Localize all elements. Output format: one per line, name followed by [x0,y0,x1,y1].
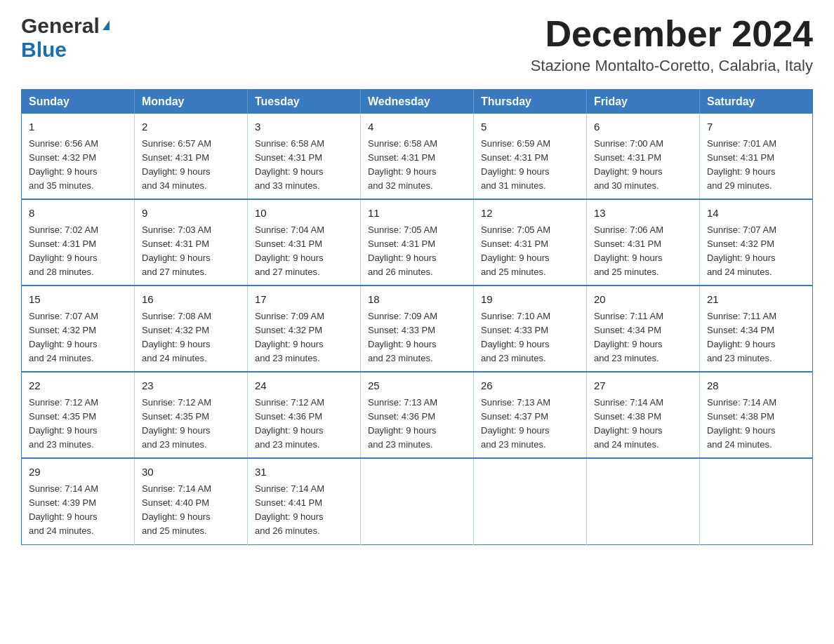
calendar-cell: 9Sunrise: 7:03 AMSunset: 4:31 PMDaylight… [135,199,248,286]
day-info: Sunrise: 7:03 AMSunset: 4:31 PMDaylight:… [142,223,240,280]
calendar-cell: 28Sunrise: 7:14 AMSunset: 4:38 PMDayligh… [700,372,813,458]
calendar-cell [587,458,700,544]
day-number: 29 [29,464,127,481]
calendar-header-row: SundayMondayTuesdayWednesdayThursdayFrid… [22,90,813,114]
day-number: 24 [255,378,353,394]
calendar-cell: 7Sunrise: 7:01 AMSunset: 4:31 PMDaylight… [700,114,813,199]
day-info: Sunrise: 6:58 AMSunset: 4:31 PMDaylight:… [368,137,466,194]
day-number: 25 [368,378,466,394]
day-info: Sunrise: 7:11 AMSunset: 4:34 PMDaylight:… [707,309,805,366]
day-info: Sunrise: 7:12 AMSunset: 4:35 PMDaylight:… [142,396,240,452]
day-number: 16 [142,292,240,308]
day-number: 11 [368,206,466,222]
calendar-cell: 24Sunrise: 7:12 AMSunset: 4:36 PMDayligh… [248,372,361,458]
day-info: Sunrise: 6:58 AMSunset: 4:31 PMDaylight:… [255,137,353,194]
day-info: Sunrise: 7:14 AMSunset: 4:38 PMDaylight:… [594,396,692,452]
day-info: Sunrise: 7:13 AMSunset: 4:37 PMDaylight:… [481,396,579,452]
calendar-cell: 29Sunrise: 7:14 AMSunset: 4:39 PMDayligh… [22,458,135,544]
day-info: Sunrise: 7:05 AMSunset: 4:31 PMDaylight:… [368,223,466,280]
day-info: Sunrise: 7:01 AMSunset: 4:31 PMDaylight:… [707,137,805,194]
day-number: 14 [707,206,805,222]
day-info: Sunrise: 6:59 AMSunset: 4:31 PMDaylight:… [481,137,579,194]
day-number: 31 [255,464,353,481]
day-info: Sunrise: 7:06 AMSunset: 4:31 PMDaylight:… [594,223,692,280]
day-info: Sunrise: 7:12 AMSunset: 4:35 PMDaylight:… [29,396,127,452]
calendar-cell [700,458,813,544]
day-info: Sunrise: 7:14 AMSunset: 4:41 PMDaylight:… [255,482,353,539]
calendar-cell: 23Sunrise: 7:12 AMSunset: 4:35 PMDayligh… [135,372,248,458]
calendar-cell: 8Sunrise: 7:02 AMSunset: 4:31 PMDaylight… [22,199,135,286]
day-of-week-header: Monday [135,90,248,114]
day-number: 3 [255,119,353,135]
day-info: Sunrise: 7:07 AMSunset: 4:32 PMDaylight:… [707,223,805,280]
calendar-cell: 22Sunrise: 7:12 AMSunset: 4:35 PMDayligh… [22,372,135,458]
day-of-week-header: Friday [587,90,700,114]
calendar-cell: 20Sunrise: 7:11 AMSunset: 4:34 PMDayligh… [587,286,700,372]
day-info: Sunrise: 7:07 AMSunset: 4:32 PMDaylight:… [29,309,127,366]
day-number: 19 [481,292,579,308]
day-number: 22 [29,378,127,394]
calendar-cell [361,458,474,544]
calendar-week-row: 15Sunrise: 7:07 AMSunset: 4:32 PMDayligh… [22,286,813,372]
day-number: 23 [142,378,240,394]
calendar-cell: 4Sunrise: 6:58 AMSunset: 4:31 PMDaylight… [361,114,474,199]
month-title: December 2024 [531,14,813,54]
calendar-cell: 18Sunrise: 7:09 AMSunset: 4:33 PMDayligh… [361,286,474,372]
day-of-week-header: Saturday [700,90,813,114]
day-number: 2 [142,119,240,135]
calendar-cell: 27Sunrise: 7:14 AMSunset: 4:38 PMDayligh… [587,372,700,458]
day-number: 5 [481,119,579,135]
calendar-cell: 19Sunrise: 7:10 AMSunset: 4:33 PMDayligh… [474,286,587,372]
day-number: 10 [255,206,353,222]
calendar-cell: 3Sunrise: 6:58 AMSunset: 4:31 PMDaylight… [248,114,361,199]
day-number: 21 [707,292,805,308]
day-info: Sunrise: 7:05 AMSunset: 4:31 PMDaylight:… [481,223,579,280]
day-info: Sunrise: 7:09 AMSunset: 4:32 PMDaylight:… [255,309,353,366]
day-number: 27 [594,378,692,394]
calendar-cell: 11Sunrise: 7:05 AMSunset: 4:31 PMDayligh… [361,199,474,286]
calendar-week-row: 8Sunrise: 7:02 AMSunset: 4:31 PMDaylight… [22,199,813,286]
day-of-week-header: Tuesday [248,90,361,114]
day-number: 4 [368,119,466,135]
day-number: 1 [29,119,127,135]
day-info: Sunrise: 7:14 AMSunset: 4:40 PMDaylight:… [142,482,240,539]
day-info: Sunrise: 7:14 AMSunset: 4:38 PMDaylight:… [707,396,805,452]
day-number: 26 [481,378,579,394]
calendar-week-row: 29Sunrise: 7:14 AMSunset: 4:39 PMDayligh… [22,458,813,544]
day-of-week-header: Sunday [22,90,135,114]
logo-general: General [21,14,100,38]
day-number: 30 [142,464,240,481]
calendar-cell: 12Sunrise: 7:05 AMSunset: 4:31 PMDayligh… [474,199,587,286]
day-info: Sunrise: 7:02 AMSunset: 4:31 PMDaylight:… [29,223,127,280]
day-info: Sunrise: 7:13 AMSunset: 4:36 PMDaylight:… [368,396,466,452]
calendar-cell: 17Sunrise: 7:09 AMSunset: 4:32 PMDayligh… [248,286,361,372]
day-of-week-header: Thursday [474,90,587,114]
calendar-cell: 25Sunrise: 7:13 AMSunset: 4:36 PMDayligh… [361,372,474,458]
location-title: Stazione Montalto-Coretto, Calabria, Ita… [531,57,813,75]
day-number: 17 [255,292,353,308]
calendar-cell: 15Sunrise: 7:07 AMSunset: 4:32 PMDayligh… [22,286,135,372]
calendar-cell: 5Sunrise: 6:59 AMSunset: 4:31 PMDaylight… [474,114,587,199]
day-info: Sunrise: 7:04 AMSunset: 4:31 PMDaylight:… [255,223,353,280]
day-number: 20 [594,292,692,308]
calendar-cell: 30Sunrise: 7:14 AMSunset: 4:40 PMDayligh… [135,458,248,544]
calendar-cell: 10Sunrise: 7:04 AMSunset: 4:31 PMDayligh… [248,199,361,286]
day-number: 8 [29,206,127,222]
day-number: 12 [481,206,579,222]
day-number: 7 [707,119,805,135]
calendar-cell: 14Sunrise: 7:07 AMSunset: 4:32 PMDayligh… [700,199,813,286]
day-info: Sunrise: 7:00 AMSunset: 4:31 PMDaylight:… [594,137,692,194]
calendar-cell: 6Sunrise: 7:00 AMSunset: 4:31 PMDaylight… [587,114,700,199]
day-of-week-header: Wednesday [361,90,474,114]
calendar-cell: 2Sunrise: 6:57 AMSunset: 4:31 PMDaylight… [135,114,248,199]
calendar-cell: 1Sunrise: 6:56 AMSunset: 4:32 PMDaylight… [22,114,135,199]
page-header: General Blue December 2024 Stazione Mont… [21,14,813,75]
calendar-cell: 31Sunrise: 7:14 AMSunset: 4:41 PMDayligh… [248,458,361,544]
calendar-week-row: 1Sunrise: 6:56 AMSunset: 4:32 PMDaylight… [22,114,813,199]
day-info: Sunrise: 7:12 AMSunset: 4:36 PMDaylight:… [255,396,353,452]
calendar-table: SundayMondayTuesdayWednesdayThursdayFrid… [21,89,813,544]
day-number: 9 [142,206,240,222]
day-number: 28 [707,378,805,394]
day-number: 13 [594,206,692,222]
day-number: 6 [594,119,692,135]
